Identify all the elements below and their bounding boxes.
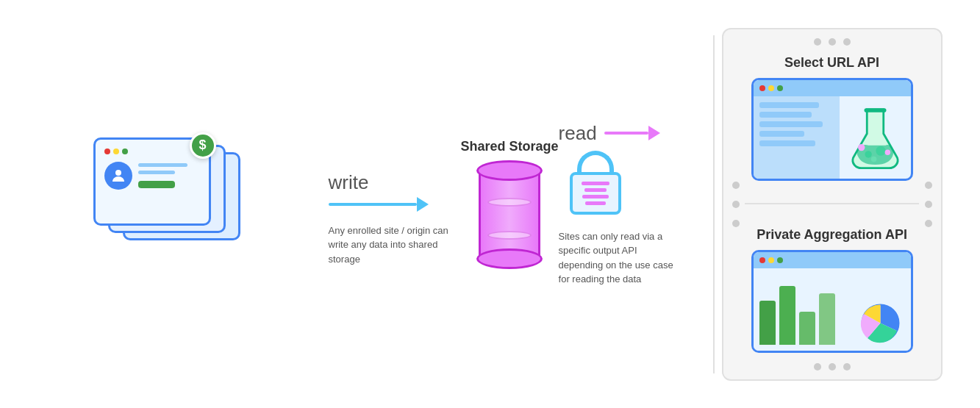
read-arrow-row: read — [559, 122, 660, 145]
divider — [713, 35, 715, 373]
api1-title: Select URL API — [784, 55, 879, 71]
url-line-3 — [759, 121, 823, 127]
cyl-stripe-1 — [487, 198, 532, 207]
api2-title: Private Aggregation API — [757, 227, 907, 243]
write-arrow — [329, 197, 429, 212]
lock-body — [570, 172, 621, 215]
read-arrow-area: read — [559, 122, 684, 287]
panel-dots-right — [925, 182, 932, 227]
dot-red — [104, 148, 110, 154]
lock-wrapper — [566, 151, 625, 221]
panel-dot-b2 — [829, 363, 836, 371]
priv-api-inner — [754, 252, 911, 351]
panel-divider — [745, 203, 920, 204]
bar-3 — [799, 312, 815, 345]
panel-dots-bottom — [814, 363, 851, 371]
dot-y2 — [768, 257, 774, 263]
url-line-5 — [759, 140, 815, 146]
lock-line-2 — [584, 188, 607, 192]
card-content — [104, 162, 200, 190]
priv-api-content — [754, 268, 911, 351]
panel-dot-t3 — [843, 38, 851, 46]
panel-dot-l2 — [732, 201, 740, 208]
svg-rect-1 — [864, 108, 886, 112]
write-arrow-area: write Any enrolled site / origin can wri… — [329, 171, 461, 267]
panel-dot-b3 — [843, 363, 851, 371]
shared-storage-section: Shared Storage — [461, 139, 559, 269]
lock-line-1 — [582, 182, 609, 185]
panel-dot-b1 — [814, 363, 821, 371]
avatar — [104, 162, 132, 190]
green-button — [138, 181, 175, 188]
site-cards-illustration: $ — [93, 137, 255, 262]
cyl-bottom — [476, 248, 543, 269]
cyl-stripe-2 — [487, 231, 532, 240]
svg-point-4 — [871, 157, 877, 162]
right-panel: Select URL API — [722, 28, 943, 381]
panel-dot-t1 — [814, 38, 821, 46]
url-line-4 — [759, 131, 804, 137]
svg-point-6 — [885, 150, 891, 156]
url-left — [754, 96, 840, 179]
panel-dots-left — [732, 182, 740, 227]
cyl-top — [476, 160, 543, 181]
read-arrow-head — [648, 126, 660, 140]
svg-point-0 — [115, 170, 121, 176]
dot-green — [122, 148, 128, 154]
panel-dot-r3 — [925, 220, 932, 227]
panel-dot-r2 — [925, 201, 932, 208]
panel-dot-l1 — [732, 182, 740, 189]
lock-line-4 — [585, 201, 606, 205]
site-cards-section: $ — [20, 137, 329, 271]
main-diagram: $ write Any enrolled site / origin can w… — [20, 13, 961, 396]
url-right — [840, 96, 910, 179]
shared-storage-title: Shared Storage — [461, 139, 559, 154]
cylinder — [476, 160, 543, 269]
dot-r — [759, 85, 765, 91]
priv-api-dots — [759, 257, 783, 263]
url-api-inner — [754, 80, 911, 179]
line-2 — [138, 171, 175, 174]
url-line-1 — [759, 102, 819, 108]
bar-4 — [819, 293, 835, 345]
read-arrow-line — [604, 132, 648, 135]
write-caption: Any enrolled site / origin can write any… — [329, 225, 448, 265]
lock-shackle — [577, 151, 614, 174]
panel-dot-l3 — [732, 220, 740, 227]
card-lines — [138, 162, 200, 190]
panel-dots-top — [814, 38, 851, 46]
lock-line-3 — [582, 195, 609, 198]
write-arrow-line — [329, 203, 417, 206]
write-caption-wrapper: Any enrolled site / origin can write any… — [329, 223, 461, 267]
write-label: write — [329, 171, 369, 194]
flask-icon — [848, 102, 903, 172]
read-caption: Sites can only read via a specific outpu… — [559, 229, 684, 287]
select-url-api-block: Select URL API — [735, 55, 929, 181]
url-line-2 — [759, 112, 812, 118]
priv-api-topbar — [754, 252, 911, 268]
dot-y — [768, 85, 774, 91]
line-1 — [138, 163, 187, 167]
lock-icon — [566, 151, 625, 221]
dot-r2 — [759, 257, 765, 263]
svg-point-2 — [865, 151, 871, 158]
panel-dot-r1 — [925, 182, 932, 189]
svg-point-3 — [876, 146, 885, 156]
svg-point-5 — [858, 144, 865, 151]
url-api-content — [754, 96, 911, 179]
cyl-body — [479, 171, 540, 259]
url-api-dots — [759, 85, 783, 91]
url-api-topbar — [754, 80, 911, 96]
bar-2 — [779, 286, 795, 345]
lock-lines — [582, 182, 609, 205]
read-arrow — [604, 126, 660, 140]
dot-g — [777, 85, 783, 91]
card-front: $ — [93, 137, 211, 226]
private-agg-api-block: Private Aggregation API — [735, 227, 929, 353]
dot-yellow — [113, 148, 119, 154]
api2-image — [751, 250, 913, 353]
panel-dot-t2 — [829, 38, 836, 46]
write-flow: write Any enrolled site / origin can wri… — [329, 142, 461, 267]
card-dots — [104, 148, 200, 154]
dot-g2 — [777, 257, 783, 263]
